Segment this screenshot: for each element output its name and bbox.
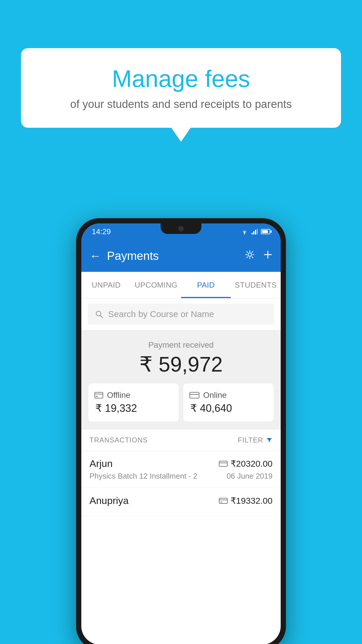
plus-icon [263,250,273,259]
status-time: 14:29 [92,227,111,236]
transaction-name: Arjun [89,458,113,469]
filter-icon [266,437,273,443]
svg-point-0 [244,233,245,235]
tab-students[interactable]: STUDENTS [231,272,281,298]
wifi-icon [240,229,249,235]
back-button[interactable]: ← [89,249,101,262]
transaction-amount-wrapper: ₹20320.00 [219,459,273,469]
phone-camera [178,226,184,232]
transaction-row[interactable]: Arjun ₹20320.00 Physics Batch 12 Install… [81,451,281,488]
status-icons [240,229,270,235]
app-header: ← Payments [81,240,281,272]
tabs-bar: UNPAID UPCOMING PAID STUDENTS [81,272,281,298]
online-icon [189,391,200,399]
header-actions [245,249,273,262]
phone-notch [161,223,201,234]
svg-rect-15 [219,461,227,466]
tab-upcoming[interactable]: UPCOMING [131,272,181,298]
offline-card-header: Offline [94,391,130,400]
payment-amount: ₹ 59,972 [88,352,274,377]
offline-amount: ₹ 19,332 [94,402,137,414]
svg-rect-3 [255,230,256,235]
online-amount: ₹ 40,640 [189,402,232,414]
header-title: Payments [107,249,245,262]
svg-rect-10 [95,392,103,398]
svg-rect-4 [257,229,258,235]
gear-icon [245,249,255,260]
search-box[interactable]: Search by Course or Name [88,304,274,325]
transaction-name: Anupriya [89,495,129,506]
filter-label: FILTER [238,436,263,444]
transaction-amount: ₹20320.00 [231,459,273,469]
online-card: Online ₹ 40,640 [183,384,274,421]
transactions-header: TRANSACTIONS FILTER [81,430,281,451]
svg-rect-1 [252,233,253,235]
transaction-list: Arjun ₹20320.00 Physics Batch 12 Install… [81,451,281,644]
search-container: Search by Course or Name [81,298,281,330]
payment-cards: Offline ₹ 19,332 Online ₹ 40,640 [88,384,274,421]
transaction-amount: ₹19332.00 [231,496,273,506]
speech-bubble-container: Manage fees of your students and send re… [21,48,341,128]
phone-frame: 14:29 [76,218,286,644]
transaction-date: 06 June 2019 [226,472,273,481]
svg-rect-13 [190,392,199,398]
search-placeholder: Search by Course or Name [108,309,214,319]
transaction-amount-wrapper: ₹19332.00 [219,496,273,506]
tab-paid[interactable]: PAID [181,272,231,298]
svg-rect-2 [253,231,254,235]
speech-bubble: Manage fees of your students and send re… [21,48,341,128]
transactions-label: TRANSACTIONS [89,436,148,444]
payment-received-label: Payment received [88,340,274,350]
svg-rect-17 [219,498,227,503]
online-card-header: Online [189,391,227,400]
plus-button[interactable] [263,250,273,262]
transaction-top: Anupriya ₹19332.00 [89,495,273,506]
transaction-top: Arjun ₹20320.00 [89,458,273,469]
bubble-subtitle: of your students and send receipts to pa… [38,97,324,111]
tab-unpaid[interactable]: UNPAID [81,272,131,298]
signal-icon [252,229,258,235]
transaction-row[interactable]: Anupriya ₹19332.00 [81,488,281,516]
phone-screen: 14:29 [81,223,281,644]
transaction-desc: Physics Batch 12 Installment - 2 [89,472,197,481]
card-payment-icon [219,460,228,467]
gear-button[interactable] [245,249,255,262]
transaction-bottom: Physics Batch 12 Installment - 2 06 June… [89,472,273,481]
filter-button[interactable]: FILTER [238,436,273,444]
bubble-title: Manage fees [38,66,324,92]
battery-icon [261,229,270,234]
offline-card: Offline ₹ 19,332 [88,384,179,421]
search-icon [95,310,103,318]
offline-icon [94,391,103,399]
svg-point-5 [248,253,252,256]
atm-icon [219,497,228,504]
offline-label: Offline [107,391,130,400]
online-label: Online [203,391,227,400]
svg-line-9 [100,315,103,318]
payment-summary: Payment received ₹ 59,972 Offline ₹ 19,3… [81,330,281,430]
